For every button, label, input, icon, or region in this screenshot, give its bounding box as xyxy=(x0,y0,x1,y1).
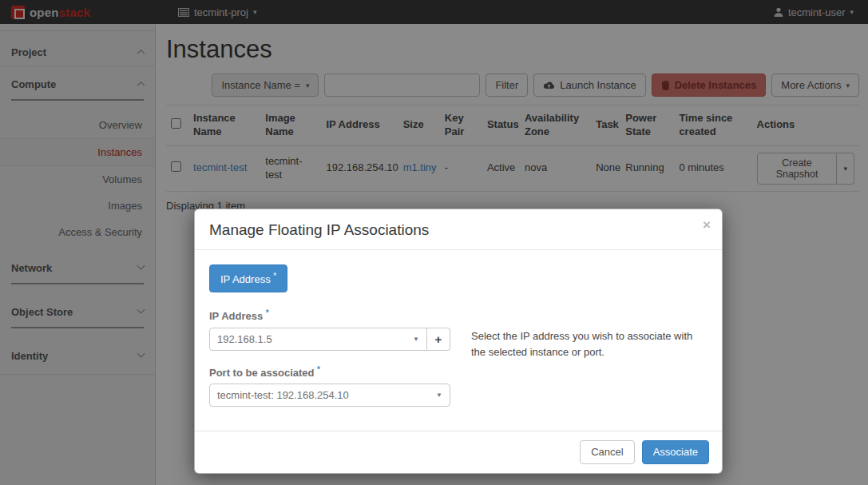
required-asterisk: * xyxy=(317,365,320,374)
ip-address-label: IP Address * xyxy=(209,308,450,322)
required-asterisk: * xyxy=(273,272,276,280)
tab-ip-address[interactable]: IP Address * xyxy=(209,264,287,292)
ip-address-value: 192.168.1.5 xyxy=(217,333,272,345)
chevron-down-icon: ▼ xyxy=(413,336,419,343)
modal-header: Manage Floating IP Associations × xyxy=(195,209,722,250)
allocate-ip-plus-button[interactable]: + xyxy=(427,328,450,351)
required-asterisk: * xyxy=(266,308,269,317)
modal-title: Manage Floating IP Associations xyxy=(209,221,429,238)
manage-floating-ip-modal: Manage Floating IP Associations × IP Add… xyxy=(194,209,723,474)
close-icon[interactable]: × xyxy=(703,217,711,233)
chevron-down-icon: ▼ xyxy=(436,392,442,399)
modal-help-text: Select the IP address you wish to associ… xyxy=(471,307,707,407)
port-label: Port to be associated * xyxy=(209,365,450,379)
openstack-dashboard: openstack tecmint-proj ▾ tecmint-user ▾ … xyxy=(0,0,868,485)
cancel-button[interactable]: Cancel xyxy=(580,440,634,464)
ip-address-select[interactable]: 192.168.1.5 ▼ xyxy=(209,328,427,351)
modal-form: IP Address * 192.168.1.5 ▼ + Port to be … xyxy=(209,307,450,407)
port-value: tecmint-test: 192.168.254.10 xyxy=(217,389,349,401)
tab-label: IP Address xyxy=(220,273,271,285)
associate-button[interactable]: Associate xyxy=(642,440,709,464)
port-select[interactable]: tecmint-test: 192.168.254.10 ▼ xyxy=(209,384,450,407)
modal-footer: Cancel Associate xyxy=(195,431,722,473)
modal-body: IP Address * IP Address * 192.168.1.5 ▼ … xyxy=(195,250,722,431)
